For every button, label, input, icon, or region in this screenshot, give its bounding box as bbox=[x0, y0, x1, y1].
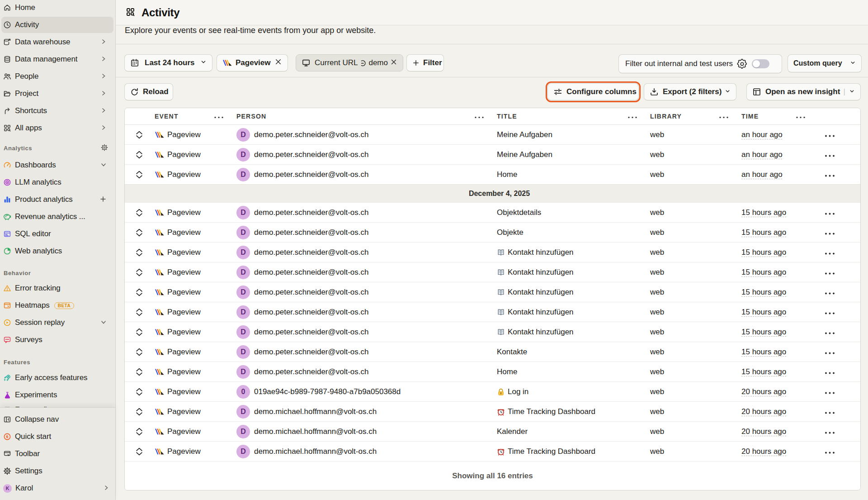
svg-text:6: 6 bbox=[6, 434, 8, 439]
